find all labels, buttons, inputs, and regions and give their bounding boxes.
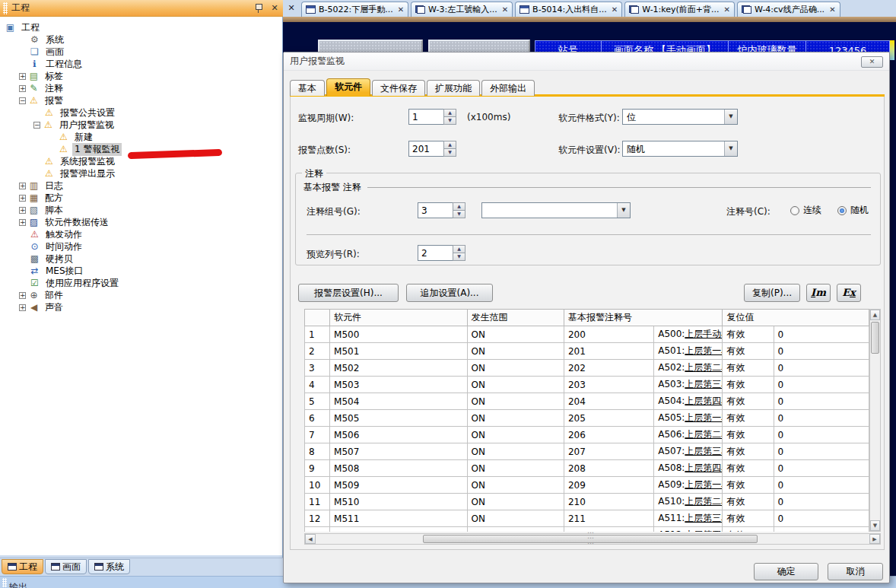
tree-item[interactable]: +▥日志 [0, 180, 282, 192]
range-cell[interactable]: ON [467, 510, 564, 527]
expand-icon[interactable]: + [19, 304, 26, 311]
row-number[interactable]: 10 [305, 477, 330, 494]
comment-no-cell[interactable]: 208 [564, 460, 653, 477]
comment-no-cell[interactable]: 203 [564, 377, 653, 393]
tree-item[interactable]: +▦配方 [0, 192, 282, 204]
comment-no-cell[interactable]: 201 [564, 343, 653, 360]
expand-icon[interactable]: + [19, 292, 26, 299]
reset-cell[interactable]: 有效 [723, 460, 774, 477]
spin-down-icon[interactable]: ▼ [443, 117, 456, 125]
editor-tab[interactable]: W-1:key(前面+背...✕ [624, 2, 735, 17]
alarm-layer-settings-button[interactable]: 报警层设置(H)... [298, 284, 399, 302]
tree-item-label[interactable]: 脚本 [43, 204, 65, 217]
grid-header[interactable]: 软元件 [330, 310, 467, 326]
spin-down-icon[interactable]: ▼ [453, 211, 465, 218]
reset-value-cell[interactable]: 0 [774, 443, 869, 460]
tab-close-icon[interactable]: ✕ [829, 5, 835, 14]
range-cell[interactable]: ON [467, 460, 564, 477]
reset-cell[interactable]: 有效 [723, 360, 774, 377]
preview-col-input[interactable] [418, 245, 453, 261]
tree-item[interactable]: +▨软元件数据传送 [0, 216, 282, 228]
comment-no-cell[interactable]: 204 [564, 393, 653, 410]
range-cell[interactable]: ON [467, 343, 564, 360]
reset-value-cell[interactable]: 0 [774, 510, 869, 527]
horizontal-scroll-thumb[interactable] [423, 535, 758, 543]
spin-up-icon[interactable]: ▲ [453, 202, 465, 211]
tree-item[interactable]: −⚠报警 [0, 94, 282, 106]
reset-cell[interactable]: 有效 [723, 510, 774, 527]
expand-icon[interactable]: + [19, 85, 26, 92]
editor-tab[interactable]: B-5014:入出料自...✕ [515, 2, 622, 17]
drag-grip-icon[interactable] [3, 2, 8, 14]
reset-cell[interactable]: 有效 [723, 443, 774, 460]
comment-cell[interactable]: A511:上层第三段IR... [654, 510, 723, 527]
spin-up-icon[interactable]: ▲ [443, 109, 456, 117]
tree-item[interactable]: +▤标签 [0, 70, 282, 82]
reset-value-cell[interactable]: 0 [774, 460, 869, 477]
spin-up-icon[interactable]: ▲ [453, 245, 465, 253]
table-row[interactable]: 6M505ON205A505:上层第一段电...有效0 [305, 410, 869, 427]
reset-cell[interactable]: 有效 [723, 326, 774, 343]
tab-close-icon[interactable]: ✕ [612, 5, 618, 14]
tree-item-label[interactable]: 软元件数据传送 [43, 216, 111, 229]
comment-no-cell[interactable]: 209 [564, 477, 653, 494]
row-number[interactable]: 4 [305, 377, 330, 393]
reset-value-cell[interactable]: 0 [774, 494, 869, 510]
device-cell[interactable]: M511 [330, 510, 467, 527]
device-cell[interactable]: M503 [330, 377, 467, 393]
collapse-icon[interactable]: − [19, 97, 26, 104]
tree-item[interactable]: ▩硬拷贝 [0, 253, 282, 265]
panel-tab-系统[interactable]: 系统 [88, 559, 130, 574]
device-cell[interactable]: M508 [330, 460, 467, 477]
expand-icon[interactable]: + [19, 219, 26, 226]
dialog-tab[interactable]: 软元件 [326, 78, 370, 96]
row-number[interactable]: 11 [305, 494, 330, 510]
table-row[interactable]: 9M508ON208A508:上层第四段电...有效0 [305, 460, 869, 477]
drag-grip-icon[interactable] [2, 578, 7, 587]
row-number[interactable]: 3 [305, 360, 330, 377]
chevron-down-icon[interactable]: ▼ [617, 203, 630, 218]
device-cell[interactable]: M510 [330, 494, 467, 510]
table-row[interactable]: 3M502ON202A502:上层第二段炉...有效0 [305, 360, 869, 377]
import-button[interactable]: Im [806, 284, 831, 302]
device-cell[interactable]: M502 [330, 360, 467, 377]
grid-header[interactable]: 基本报警注释号 [564, 310, 723, 326]
pin-icon[interactable] [255, 3, 262, 13]
dialog-tab[interactable]: 基本 [290, 80, 325, 96]
spin-up-icon[interactable]: ▲ [443, 141, 456, 149]
expand-icon[interactable]: + [19, 73, 26, 80]
tree-item-label[interactable]: 使用应用程序设置 [43, 277, 121, 290]
reset-value-cell[interactable]: 0 [774, 393, 869, 410]
panel-tab-工程[interactable]: 工程 [2, 559, 43, 574]
tree-item[interactable]: +▧脚本 [0, 204, 282, 216]
row-number[interactable]: 2 [305, 343, 330, 360]
tree-item-label[interactable]: 时间动作 [43, 240, 84, 253]
comment-no-cell[interactable]: 210 [564, 494, 653, 510]
device-cell[interactable]: M504 [330, 393, 467, 410]
dialog-close-icon[interactable]: ✕ [861, 56, 883, 68]
comment-group-select[interactable]: ▼ [481, 202, 631, 218]
table-row[interactable]: 12M511ON211A511:上层第三段IR...有效0 [305, 510, 869, 527]
panel-close-icon[interactable]: ✕ [269, 3, 280, 14]
scroll-left-icon[interactable]: ◀ [305, 534, 316, 544]
table-row[interactable]: 4M503ON203A503:上层第三段炉...有效0 [305, 377, 869, 393]
device-cell[interactable]: M506 [330, 427, 467, 443]
reset-value-cell[interactable]: 0 [774, 326, 869, 343]
tree-item[interactable]: ⚙系统 [0, 33, 282, 46]
tree-item-label[interactable]: 报警 [43, 94, 65, 107]
comment-cell[interactable]: A501:上层第一段炉... [654, 343, 723, 360]
tree-item[interactable]: +◀声音 [0, 301, 282, 313]
reset-cell[interactable]: 有效 [723, 477, 774, 494]
comment-cell[interactable]: A512:上层第四段IR... [654, 527, 723, 532]
row-number[interactable]: 1 [305, 326, 330, 343]
reset-value-cell[interactable]: 0 [774, 410, 869, 427]
monitor-cycle-input[interactable] [408, 109, 443, 125]
expand-icon[interactable]: + [19, 195, 26, 202]
comment-cell[interactable]: A509:上层第一段IR... [654, 477, 723, 494]
editor-tab[interactable]: B-5022:下層手動...✕ [301, 2, 408, 17]
comment-no-cell[interactable]: 212 [564, 527, 653, 532]
reset-value-cell[interactable]: 0 [774, 527, 869, 532]
comment-no-cell[interactable]: 205 [564, 410, 653, 427]
comment-group-no-input[interactable] [418, 202, 453, 218]
tree-item-label[interactable]: 配方 [43, 192, 65, 205]
